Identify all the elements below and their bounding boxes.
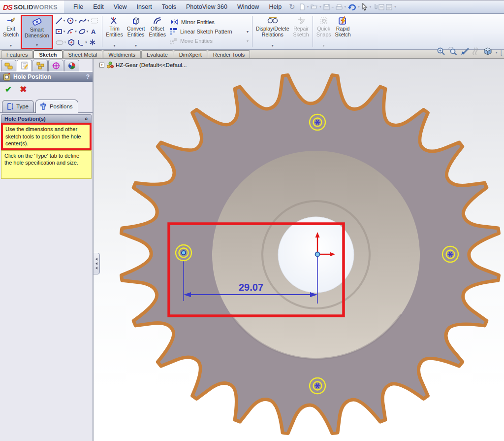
positions-tab-icon <box>39 102 47 110</box>
help-button[interactable]: ? <box>86 73 90 80</box>
quick-snaps-button[interactable]: Quick Snaps ▾ <box>315 14 333 49</box>
menu-file[interactable]: File <box>69 2 88 12</box>
display-delete-caret[interactable]: ▾ <box>272 44 274 48</box>
graphics-viewport[interactable]: + HZ-Gear (Default<<Defaul... <box>94 59 504 441</box>
tab-weldments[interactable]: Weldments <box>103 50 141 58</box>
hole-wizard-icon <box>3 73 11 81</box>
configurationmanager-tab[interactable] <box>32 60 48 71</box>
select-cursor-icon[interactable] <box>361 3 368 11</box>
menu-photoview[interactable]: PhotoView 360 <box>182 2 232 12</box>
tab-features[interactable]: Features <box>1 50 33 58</box>
collapse-chevron-icon: « <box>84 117 90 120</box>
solidworks-logo: DS SOLIDWORKS <box>0 0 64 13</box>
cancel-button[interactable]: ✖ <box>20 84 27 95</box>
save-caret[interactable]: – <box>331 5 335 9</box>
zoom-area-icon[interactable] <box>448 47 457 58</box>
options-icon[interactable] <box>385 3 393 11</box>
print-icon[interactable] <box>335 3 343 11</box>
view-orientation-caret[interactable]: ▾ <box>496 50 498 55</box>
dimxpertmanager-tab[interactable] <box>48 60 63 71</box>
rectangle-tool-button[interactable]: ▾ <box>55 28 66 35</box>
resources-icon[interactable]: ↻ <box>289 2 298 11</box>
displaymanager-tab[interactable] <box>64 60 79 71</box>
propertymanager-tab[interactable] <box>17 60 32 71</box>
section-view-icon[interactable] <box>472 47 480 58</box>
repair-sketch-button[interactable]: Repair Sketch <box>291 14 311 49</box>
line-tool-button[interactable]: ▾ <box>55 17 66 25</box>
sketch-fillet-tool-button[interactable]: ▾ <box>76 38 88 46</box>
zoom-fit-icon[interactable] <box>437 47 445 58</box>
panel-splitter-handle[interactable] <box>94 253 100 274</box>
tree-expand-icon[interactable]: + <box>99 63 104 68</box>
rapid-sketch-button[interactable]: Rapid Sketch <box>333 14 353 49</box>
menu-edit[interactable]: Edit <box>89 2 108 12</box>
previous-view-icon[interactable] <box>460 47 469 58</box>
hole-positions-group-title: Hole Position(s) <box>4 116 46 122</box>
menu-insert[interactable]: Insert <box>132 2 157 12</box>
ok-button[interactable]: ✔ <box>5 84 12 95</box>
options-caret[interactable]: ▾ <box>393 5 397 9</box>
exit-sketch-caret[interactable]: ▾ <box>10 44 12 48</box>
save-icon[interactable] <box>323 3 330 11</box>
featuremanager-tree-tab[interactable] <box>1 60 16 71</box>
menu-tools[interactable]: Tools <box>158 2 181 12</box>
tab-dimxpert[interactable]: DimXpert <box>174 50 207 58</box>
smart-dimension-label-2: Dimension <box>25 33 49 39</box>
main-area: Hole Position ? ✔ ✖ Type Positions Hole … <box>0 59 504 441</box>
trim-caret[interactable]: ▾ <box>113 44 115 48</box>
move-entities-caret[interactable]: ▾ <box>247 39 249 43</box>
slot-tool-button[interactable]: ▾ <box>55 39 67 46</box>
display-delete-relations-button[interactable]: Display/Delete Relations ▾ <box>254 14 291 49</box>
point-tool-button[interactable] <box>88 38 97 46</box>
tab-sketch[interactable]: Sketch <box>33 50 62 58</box>
menu-view[interactable]: View <box>109 2 131 12</box>
undo-icon[interactable] <box>347 3 356 11</box>
tab-sheet-metal[interactable]: Sheet Metal <box>63 50 103 58</box>
linear-sketch-pattern-button[interactable]: Linear Sketch Pattern ▾ <box>170 28 249 36</box>
tab-type[interactable]: Type <box>2 100 34 112</box>
menu-window[interactable]: Window <box>233 2 263 12</box>
move-entities-button[interactable]: Move Entities ▾ <box>170 37 249 45</box>
hole-positions-group-header[interactable]: Hole Position(s) « <box>1 114 92 123</box>
dashed-rectangle-tool-button[interactable] <box>90 17 99 25</box>
new-caret[interactable]: ▾ <box>306 5 310 9</box>
sketch-entity-tools: ▾ ▾ ▾ ▾ ▾ ▾ A ▾ ▾ <box>53 14 101 49</box>
mirror-entities-button[interactable]: Mirror Entities <box>170 18 249 27</box>
select-caret[interactable]: ▾ <box>369 5 373 9</box>
text-tool-button[interactable]: A <box>89 28 97 35</box>
feature-tree-root[interactable]: + HZ-Gear (Default<<Defaul... <box>99 61 187 68</box>
rebuild-icon[interactable] <box>378 3 385 11</box>
view-orientation-icon[interactable] <box>483 47 493 58</box>
offset-entities-button[interactable]: Offset Entities <box>147 14 167 49</box>
smart-dimension-button[interactable]: Smart Dimension ▾ <box>21 15 53 49</box>
open-icon[interactable] <box>310 3 318 11</box>
dimension-value[interactable]: 29.07 <box>239 282 263 293</box>
circle-tool-button[interactable]: ▾ <box>66 17 77 25</box>
menu-help[interactable]: Help <box>264 2 286 12</box>
undo-caret[interactable]: ▾ <box>357 5 361 9</box>
brand-works: WORKS <box>33 4 58 11</box>
tab-positions[interactable]: Positions <box>35 100 78 113</box>
spline-tool-button[interactable]: ▾ <box>78 17 90 25</box>
arc-tool-button[interactable]: ▾ <box>66 28 77 35</box>
trim-entities-button[interactable]: Trim Entities ▾ <box>104 14 125 49</box>
convert-entities-button[interactable]: Convert Entities ▾ <box>125 14 147 49</box>
repair-sketch-label-2: Sketch <box>293 32 309 38</box>
polygon-tool-button[interactable] <box>67 38 76 46</box>
quick-snaps-caret[interactable]: ▾ <box>323 44 325 48</box>
convert-caret[interactable]: ▾ <box>135 44 137 48</box>
ellipse-tool-button[interactable]: ▾ <box>78 28 89 35</box>
offset-entities-icon <box>153 16 162 26</box>
open-caret[interactable]: ▾ <box>318 5 322 9</box>
display-delete-relations-icon <box>266 16 279 26</box>
smart-dimension-caret[interactable]: ▾ <box>36 43 38 48</box>
tab-render-tools[interactable]: Render Tools <box>208 50 251 58</box>
new-document-icon[interactable] <box>299 3 306 11</box>
rapid-sketch-label-2: Sketch <box>335 32 351 38</box>
model-canvas[interactable]: 29.07 <box>94 59 503 441</box>
attach-icon[interactable] <box>373 3 378 11</box>
tab-evaluate[interactable]: Evaluate <box>141 50 173 58</box>
linear-pattern-caret[interactable]: ▾ <box>247 30 249 34</box>
exit-sketch-button[interactable]: Exit Sketch ▾ <box>1 14 21 49</box>
print-caret[interactable]: ▾ <box>344 5 347 9</box>
